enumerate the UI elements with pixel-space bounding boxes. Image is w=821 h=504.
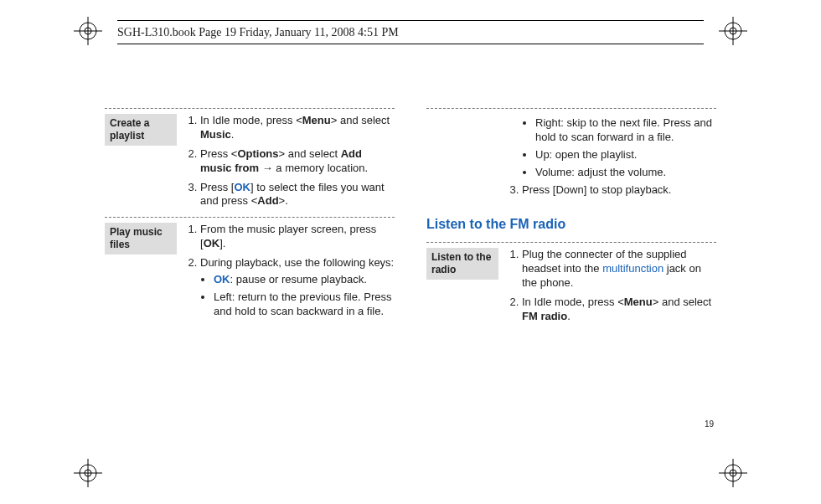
step: In Idle mode, press <Menu> and select FM… <box>522 296 716 324</box>
text: Press [ <box>200 181 234 193</box>
list-item: Left: return to the previous file. Press… <box>214 291 395 319</box>
list-item: Volume: adjust the volume. <box>535 166 716 180</box>
svg-point-4 <box>725 23 741 39</box>
text: > and select <box>279 147 341 160</box>
text: > and select <box>653 296 711 308</box>
left-column: Create a playlist In Idle mode, press <M… <box>105 105 395 414</box>
text: From the music player screen, press [ <box>200 223 376 249</box>
group-instructions: Right: skip to the next file. Press and … <box>507 114 716 202</box>
step: In Idle mode, press <Menu> and select Mu… <box>200 114 395 142</box>
text: Volume: adjust the volume. <box>535 166 666 178</box>
group-label-create-playlist: Create a playlist <box>105 114 177 146</box>
text: Left: return to the previous file. Press… <box>214 291 391 317</box>
separator <box>426 108 716 109</box>
key-menu: Menu <box>624 296 653 308</box>
group-create-playlist: Create a playlist In Idle mode, press <M… <box>105 114 395 213</box>
key-fm-radio: FM radio <box>522 310 567 322</box>
key-menu: Menu <box>302 114 331 126</box>
page-header-text: SGH-L310.book Page 19 Friday, January 11… <box>117 26 399 39</box>
svg-point-5 <box>730 28 736 34</box>
text: Press [Down] to stop playback. <box>522 183 671 196</box>
key-ok: OK <box>204 237 220 249</box>
key-ok: OK <box>234 181 250 193</box>
step: Plug the connecter of the supplied heads… <box>522 248 716 291</box>
page-content: Create a playlist In Idle mode, press <M… <box>105 105 716 414</box>
group-instructions: In Idle mode, press <Menu> and select Mu… <box>185 114 395 213</box>
list-item: Up: open the playlist. <box>535 148 716 162</box>
step: Press [OK] to select the files you want … <box>200 181 395 209</box>
separator <box>105 217 395 218</box>
text: . <box>567 310 571 322</box>
text: In Idle mode, press < <box>200 114 302 126</box>
text: . <box>231 128 235 141</box>
section-heading-fm-radio: Listen to the FM radio <box>426 217 716 232</box>
group-instructions: From the music player screen, press [OK]… <box>185 223 395 323</box>
separator <box>426 242 716 243</box>
separator <box>105 108 395 109</box>
key-options: Options <box>237 147 278 160</box>
header-rule-bottom <box>117 44 704 44</box>
group-instructions: Plug the connecter of the supplied heads… <box>507 248 716 328</box>
group-play-music-cont: Right: skip to the next file. Press and … <box>426 114 716 202</box>
text: Right: skip to the next file. Press and … <box>535 116 712 143</box>
step: Press <Options> and select Add music fro… <box>200 147 395 176</box>
group-play-music: Play music files From the music player s… <box>105 223 395 323</box>
header-rule-top <box>117 20 704 21</box>
group-label-play-music: Play music files <box>105 223 177 255</box>
key-add: Add <box>257 194 278 207</box>
text: ]. <box>219 237 225 249</box>
text: >. <box>279 194 288 207</box>
text: In Idle mode, press < <box>522 296 624 308</box>
group-label-listen-radio: Listen to the radio <box>426 248 498 280</box>
list-item: Right: skip to the next file. Press and … <box>535 116 716 145</box>
page-header-bar: SGH-L310.book Page 19 Friday, January 11… <box>117 24 704 41</box>
text: Up: open the playlist. <box>535 148 637 161</box>
text: During playback, use the following keys: <box>200 256 394 269</box>
text: > and select <box>331 114 390 126</box>
svg-point-1 <box>85 28 91 34</box>
svg-point-13 <box>730 470 736 476</box>
key-ok: OK <box>214 273 230 285</box>
right-column: Right: skip to the next file. Press and … <box>426 105 716 414</box>
svg-point-0 <box>80 23 96 39</box>
svg-point-8 <box>80 465 96 481</box>
step: From the music player screen, press [OK]… <box>200 223 395 251</box>
step: During playback, use the following keys:… <box>200 256 395 319</box>
step: Press [Down] to stop playback. <box>522 183 716 198</box>
text: → a memory location. <box>259 162 368 174</box>
link-multifunction: multifunction <box>602 262 664 275</box>
text: Press < <box>200 147 237 160</box>
page-number: 19 <box>705 419 714 429</box>
svg-point-12 <box>725 465 741 481</box>
list-item: OK: pause or resume playback. <box>214 273 395 287</box>
svg-point-9 <box>85 470 91 476</box>
group-listen-radio: Listen to the radio Plug the connecter o… <box>426 248 716 328</box>
text: : pause or resume playback. <box>230 273 367 285</box>
key-music: Music <box>200 128 231 141</box>
